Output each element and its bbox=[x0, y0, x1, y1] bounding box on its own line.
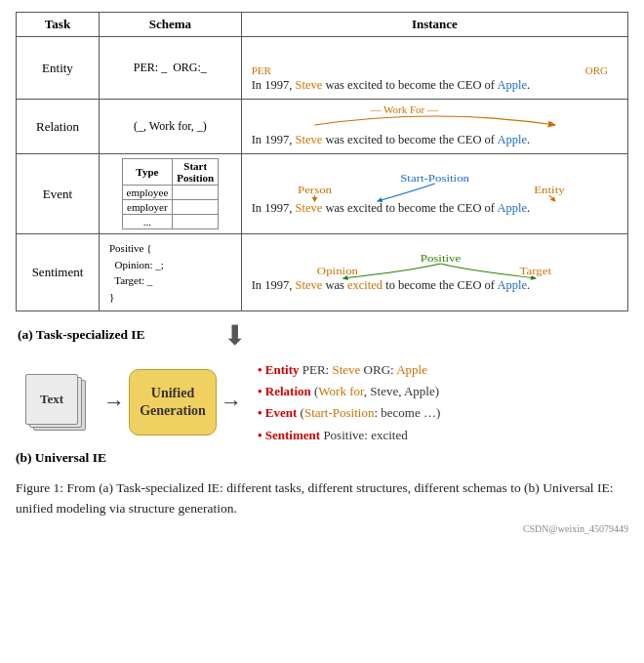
entity-output: PER: Steve ORG: Apple bbox=[302, 362, 427, 377]
text-stack: Text bbox=[25, 374, 92, 431]
sentiment-schema-text: Positive { Opinion: _; Target: _} bbox=[105, 238, 235, 307]
entity-apple: Apple bbox=[497, 78, 527, 92]
svg-text:Person: Person bbox=[298, 184, 332, 196]
event-schema-mini-table: TypeStartPosition employee employer ... bbox=[122, 158, 220, 229]
event-dots: ... bbox=[122, 215, 173, 229]
part-a-label: (a) Task-specialized IE bbox=[18, 327, 145, 343]
relation-instance: — Work For — In 1997, Steve was excited … bbox=[241, 100, 627, 154]
sentiment-schema: Positive { Opinion: _; Target: _} bbox=[99, 234, 241, 311]
event-schema: TypeStartPosition employee employer ... bbox=[99, 154, 241, 234]
entity-sentence: In 1997, Steve was excited to become the… bbox=[252, 78, 618, 93]
output-sentiment: • Sentiment Positive: excited bbox=[258, 427, 440, 444]
relation-sentence: In 1997, Steve was excited to become the… bbox=[252, 133, 618, 147]
event-employer bbox=[173, 186, 219, 200]
event-col-type: Type bbox=[122, 159, 173, 186]
figure-caption: Figure 1: From (a) Task-specialized IE: … bbox=[16, 477, 628, 519]
relation-schema: (_, Work for, _) bbox=[99, 100, 241, 154]
ie-table: Task Schema Instance Entity PER: _ ORG:_… bbox=[16, 12, 628, 311]
event-arc-svg: Start-Position Person Entity bbox=[252, 172, 618, 203]
event-apple: Apple bbox=[497, 201, 527, 215]
sentiment-instance-wrap: Positive Opinion Target bbox=[252, 253, 618, 293]
svg-text:Target: Target bbox=[519, 264, 551, 276]
svg-text:Start-Position: Start-Position bbox=[400, 172, 469, 185]
entity-task-label: Entity bbox=[17, 37, 100, 100]
entity-arc-labels: PER ORG bbox=[252, 64, 618, 78]
per-label: PER bbox=[252, 64, 271, 76]
event-employer-label: employer bbox=[122, 200, 173, 215]
event-instance: Start-Position Person Entity bbox=[241, 154, 627, 234]
down-arrow: ⬇ bbox=[223, 319, 246, 352]
event-steve: Steve bbox=[296, 201, 323, 215]
relation-steve: Steve bbox=[296, 133, 323, 146]
sentiment-sentence: In 1997, Steve was excited to become the… bbox=[252, 278, 618, 293]
sentiment-apple: Apple bbox=[497, 278, 527, 292]
event-sentence: In 1997, Steve was excited to become the… bbox=[252, 201, 618, 216]
sentiment-output: Positive: excited bbox=[323, 428, 407, 442]
sentiment-instance: Positive Opinion Target bbox=[241, 234, 627, 311]
entity-tag: • Entity bbox=[258, 362, 299, 377]
relation-row: Relation (_, Work for, _) — Work For — bbox=[17, 100, 628, 154]
event-output: (Start-Position: become …) bbox=[301, 405, 441, 420]
col-task: Task bbox=[17, 13, 100, 37]
svg-text:Opinion: Opinion bbox=[317, 264, 358, 276]
universal-diagram: Text → UnifiedGeneration → • Entity PER:… bbox=[25, 361, 628, 444]
sentiment-excited: excited bbox=[347, 278, 382, 292]
event-task-label: Event bbox=[17, 154, 100, 234]
svg-text:Entity: Entity bbox=[534, 184, 564, 196]
work-for-label: — Work For — bbox=[370, 104, 438, 115]
entity-row: Entity PER: _ ORG:_ PER ORG In 1997, Ste… bbox=[17, 37, 628, 100]
output-relation: • Relation (Work for, Steve, Apple) bbox=[258, 383, 440, 400]
event-instance-wrap: Start-Position Person Entity bbox=[252, 172, 618, 216]
event-row: Event TypeStartPosition employee employe… bbox=[17, 154, 628, 234]
watermark: CSDN@weixin_45079449 bbox=[16, 523, 628, 534]
svg-text:Positive: Positive bbox=[420, 253, 461, 265]
entity-schema: PER: _ ORG:_ bbox=[99, 37, 241, 100]
entity-instance: PER ORG In 1997, Steve was excited to be… bbox=[241, 37, 627, 100]
unified-generation-box: UnifiedGeneration bbox=[129, 369, 217, 435]
sentiment-steve: Steve bbox=[296, 278, 323, 292]
output-list: • Entity PER: Steve ORG: Apple • Relatio… bbox=[258, 361, 440, 444]
entity-steve: Steve bbox=[296, 78, 323, 92]
event-tag: • Event bbox=[258, 405, 297, 420]
org-label: ORG bbox=[585, 64, 608, 76]
right-arrow: → bbox=[103, 392, 125, 413]
part-b-label: (b) Universal IE bbox=[16, 450, 628, 466]
paper-front: Text bbox=[25, 374, 78, 425]
relation-apple: Apple bbox=[497, 133, 527, 146]
relation-task-label: Relation bbox=[17, 100, 100, 154]
event-dots2 bbox=[173, 215, 219, 229]
right-arrow-2: → bbox=[221, 392, 242, 413]
sentiment-row: Sentiment Positive { Opinion: _; Target:… bbox=[17, 234, 628, 311]
relation-tag: • Relation bbox=[258, 384, 311, 398]
text-label: Text bbox=[40, 392, 63, 407]
relation-output: (Work for, Steve, Apple) bbox=[314, 384, 439, 398]
output-entity: • Entity PER: Steve ORG: Apple bbox=[258, 361, 440, 379]
sentiment-task-label: Sentiment bbox=[17, 234, 100, 311]
event-employer-val bbox=[173, 200, 219, 215]
event-employee: employee bbox=[122, 186, 173, 200]
sentiment-arc-svg: Positive Opinion Target bbox=[252, 253, 618, 280]
relation-arc-wrap: — Work For — In 1997, Steve was excited … bbox=[252, 105, 618, 147]
output-event: • Event (Start-Position: become …) bbox=[258, 404, 440, 422]
event-col-start: StartPosition bbox=[173, 159, 219, 186]
universal-section: Text → UnifiedGeneration → • Entity PER:… bbox=[16, 361, 628, 466]
col-instance: Instance bbox=[241, 13, 627, 37]
col-schema: Schema bbox=[99, 13, 241, 37]
sentiment-tag: • Sentiment bbox=[258, 428, 320, 442]
ug-label: UnifiedGeneration bbox=[140, 385, 206, 420]
